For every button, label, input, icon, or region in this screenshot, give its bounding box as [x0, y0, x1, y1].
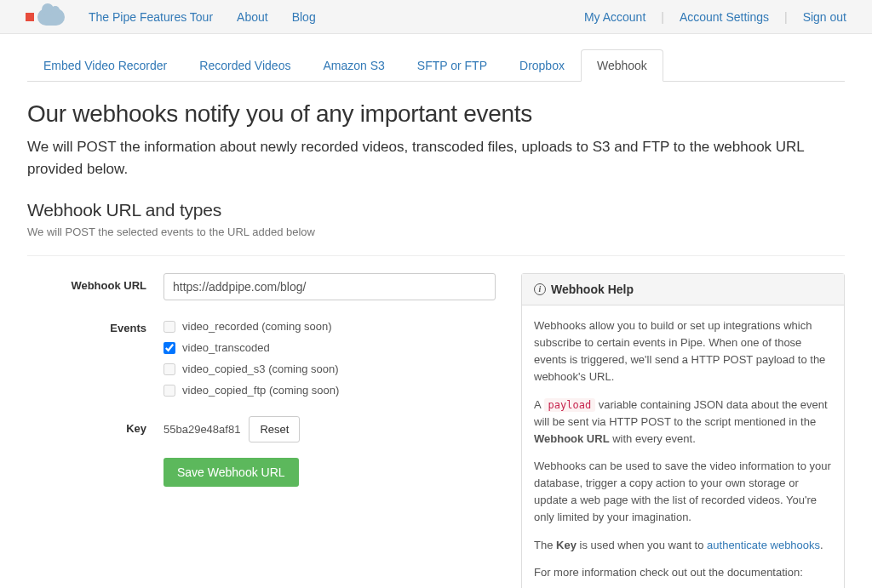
- tabs: Embed Video RecorderRecorded VideosAmazo…: [27, 49, 845, 82]
- event-item: video_copied_s3 (coming soon): [164, 358, 496, 380]
- section-subtitle: We will POST the selected events to the …: [27, 225, 845, 238]
- tab-recorded-videos[interactable]: Recorded Videos: [183, 49, 307, 82]
- code-payload: payload: [544, 398, 596, 412]
- event-label: video_recorded (coming soon): [182, 320, 332, 333]
- nav-blog[interactable]: Blog: [292, 10, 316, 24]
- webhook-url-input[interactable]: [164, 273, 496, 300]
- link-authenticate-webhooks[interactable]: authenticate webhooks: [707, 539, 820, 551]
- event-checkbox[interactable]: [164, 342, 175, 354]
- logo[interactable]: [26, 9, 65, 26]
- topbar: The Pipe Features Tour About Blog My Acc…: [0, 0, 872, 34]
- help-text-5: For more information check out out the d…: [534, 564, 832, 581]
- event-label: video_copied_ftp (coming soon): [182, 384, 339, 397]
- help-text-1: Webhooks allow you to build or set up in…: [534, 317, 832, 386]
- event-checkbox: [164, 385, 175, 397]
- label-key: Key: [27, 416, 164, 442]
- label-events: Events: [27, 316, 164, 401]
- event-item: video_recorded (coming soon): [164, 316, 496, 337]
- info-icon: [534, 283, 546, 295]
- event-label: video_copied_s3 (coming soon): [182, 363, 339, 375]
- nav-about[interactable]: About: [237, 10, 268, 24]
- logo-cloud-icon: [37, 9, 65, 26]
- help-panel-heading: Webhook Help: [522, 274, 844, 305]
- help-text-3: Webhooks can be used to save the video i…: [534, 458, 832, 527]
- logo-flag-icon: [26, 13, 34, 21]
- strong-webhook-url: Webhook URL: [534, 432, 610, 445]
- label-webhook-url: Webhook URL: [27, 273, 164, 300]
- save-webhook-button[interactable]: Save Webhook URL: [164, 458, 299, 487]
- tab-sftp-or-ftp[interactable]: SFTP or FTP: [401, 49, 503, 82]
- event-checkbox: [164, 321, 175, 333]
- nav-features-tour[interactable]: The Pipe Features Tour: [89, 10, 213, 24]
- event-checkbox: [164, 363, 175, 375]
- help-text-2: A payload variable containing JSON data …: [534, 397, 832, 448]
- tab-amazon-s3[interactable]: Amazon S3: [307, 49, 400, 82]
- lead-text: We will POST the information about newly…: [27, 136, 845, 180]
- tab-embed-video-recorder[interactable]: Embed Video Recorder: [27, 49, 183, 82]
- separator: |: [784, 10, 788, 24]
- event-label: video_transcoded: [182, 341, 270, 354]
- nav-sign-out[interactable]: Sign out: [803, 10, 846, 24]
- help-panel: Webhook Help Webhooks allow you to build…: [521, 273, 845, 588]
- tab-webhook[interactable]: Webhook: [581, 49, 663, 82]
- event-item[interactable]: video_transcoded: [164, 337, 496, 358]
- nav-my-account[interactable]: My Account: [584, 10, 645, 24]
- strong-key: Key: [556, 539, 577, 551]
- event-item: video_copied_ftp (coming soon): [164, 380, 496, 401]
- section-title: Webhook URL and types: [27, 200, 845, 220]
- key-value: 55ba29e48af81: [164, 423, 240, 436]
- help-text-4: The Key is used when you want to authent…: [534, 537, 832, 554]
- nav-account-settings[interactable]: Account Settings: [680, 10, 769, 24]
- separator: |: [661, 10, 664, 24]
- divider: [27, 255, 845, 256]
- tab-dropbox[interactable]: Dropbox: [503, 49, 581, 82]
- page-title: Our webhooks notify you of any important…: [27, 100, 845, 128]
- help-panel-title: Webhook Help: [551, 283, 634, 296]
- reset-button[interactable]: Reset: [249, 416, 300, 442]
